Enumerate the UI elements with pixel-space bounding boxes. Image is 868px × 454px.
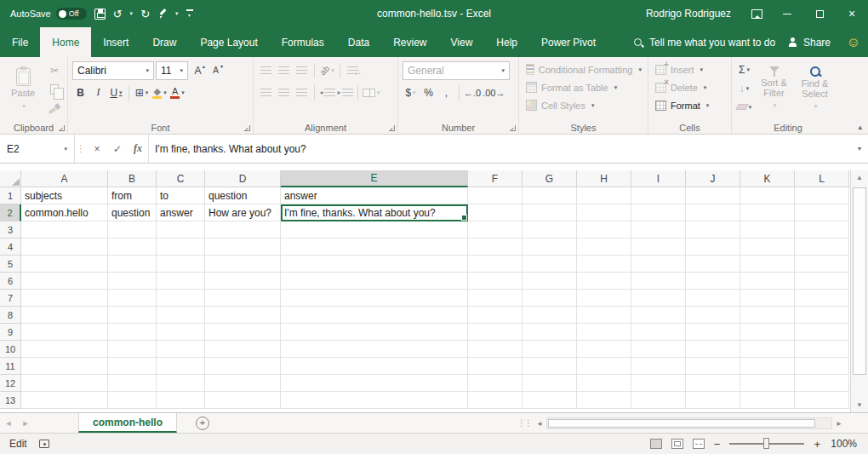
cell-D9[interactable] <box>205 324 281 341</box>
row-header-8[interactable]: 8 <box>0 307 21 324</box>
column-header-A[interactable]: A <box>21 170 108 187</box>
undo-dropdown-icon[interactable]: ▾ <box>130 10 134 17</box>
clipboard-dialog-launcher[interactable] <box>59 125 65 131</box>
sheet-nav-left-icon[interactable]: ◄ <box>0 413 17 433</box>
cell-L9[interactable] <box>795 324 849 341</box>
cell-J1[interactable] <box>686 187 740 204</box>
format-cells-button[interactable]: Format <box>653 96 728 114</box>
cell-E5[interactable] <box>281 256 468 273</box>
cell-B13[interactable] <box>108 392 157 409</box>
cell-H9[interactable] <box>577 324 631 341</box>
cell-C8[interactable] <box>157 307 205 324</box>
cell-D8[interactable] <box>205 307 281 324</box>
increase-decimal-button[interactable]: ←.0 <box>464 83 481 101</box>
cell-A8[interactable] <box>21 307 108 324</box>
cell-A11[interactable] <box>21 358 108 375</box>
cell-K8[interactable] <box>740 307 795 324</box>
cell-C1[interactable]: to <box>157 187 205 204</box>
align-right-button[interactable] <box>294 83 310 101</box>
orientation-button[interactable]: ab <box>319 61 335 79</box>
cell-E7[interactable] <box>281 290 468 307</box>
cell-H2[interactable] <box>577 204 631 221</box>
cell-L5[interactable] <box>795 256 849 273</box>
column-header-E[interactable]: E <box>281 170 468 187</box>
cell-A13[interactable] <box>21 392 108 409</box>
redo-icon[interactable]: ↻ <box>140 9 150 20</box>
cell-J2[interactable] <box>686 204 740 221</box>
zoom-slider[interactable] <box>729 443 804 445</box>
cell-K11[interactable] <box>740 358 795 375</box>
cell-D12[interactable] <box>205 375 281 392</box>
cell-L11[interactable] <box>795 358 849 375</box>
scroll-right-icon[interactable]: ► <box>832 420 846 428</box>
decrease-indent-button[interactable] <box>319 83 335 101</box>
cell-A6[interactable] <box>21 273 108 290</box>
cell-F4[interactable] <box>468 238 523 256</box>
cell-K13[interactable] <box>740 392 795 409</box>
expand-formula-bar-icon[interactable]: ▾ <box>851 135 868 163</box>
row-header-1[interactable]: 1 <box>0 187 21 204</box>
formula-input[interactable]: I'm fine, thanks. What about you? <box>148 135 851 163</box>
collapse-ribbon-button[interactable]: ▴ <box>858 123 862 131</box>
italic-button[interactable]: I <box>90 83 106 101</box>
sheet-nav-right-icon[interactable]: ► <box>17 413 34 433</box>
tab-insert[interactable]: Insert <box>91 27 140 57</box>
cell-F1[interactable] <box>468 187 523 204</box>
cell-G6[interactable] <box>523 273 577 290</box>
format-as-table-button[interactable]: Format as Table <box>523 78 644 96</box>
cell-D10[interactable] <box>205 341 281 358</box>
column-header-L[interactable]: L <box>795 170 849 187</box>
cell-F3[interactable] <box>468 221 523 238</box>
sheet-tab-active[interactable]: common-hello <box>78 413 177 433</box>
cell-L8[interactable] <box>795 307 849 324</box>
cell-L3[interactable] <box>795 221 849 238</box>
close-button[interactable]: × <box>836 0 868 27</box>
cell-G8[interactable] <box>523 307 577 324</box>
cell-F12[interactable] <box>468 375 523 392</box>
cell-K12[interactable] <box>740 375 795 392</box>
cell-J11[interactable] <box>686 358 740 375</box>
cell-B11[interactable] <box>108 358 157 375</box>
tab-power-pivot[interactable]: Power Pivot <box>529 27 608 57</box>
row-header-7[interactable]: 7 <box>0 290 21 307</box>
column-header-B[interactable]: B <box>108 170 157 187</box>
cell-B2[interactable]: question <box>108 204 157 221</box>
horizontal-scroll-thumb[interactable] <box>548 419 815 428</box>
autosave-toggle[interactable]: AutoSave Off <box>10 8 87 20</box>
horizontal-scroll-track[interactable] <box>546 417 832 429</box>
cell-I12[interactable] <box>631 375 686 392</box>
cell-E13[interactable] <box>281 392 468 409</box>
percent-button[interactable]: % <box>420 83 437 101</box>
column-header-K[interactable]: K <box>740 170 795 187</box>
undo-icon[interactable]: ↺ <box>113 9 123 20</box>
cell-B12[interactable] <box>108 375 157 392</box>
increase-indent-button[interactable] <box>337 83 353 101</box>
cell-A12[interactable] <box>21 375 108 392</box>
name-box-dropdown-icon[interactable]: ▾ <box>64 146 67 152</box>
cell-G13[interactable] <box>523 392 577 409</box>
copy-button[interactable] <box>45 81 64 98</box>
cell-E1[interactable]: answer <box>281 187 468 204</box>
cell-F2[interactable] <box>468 204 523 221</box>
cell-D2[interactable]: How are you? <box>205 204 281 221</box>
cell-F8[interactable] <box>468 307 523 324</box>
cell-K2[interactable] <box>740 204 795 221</box>
cell-E3[interactable] <box>281 221 468 238</box>
cell-A3[interactable] <box>21 221 108 238</box>
cell-J4[interactable] <box>686 238 740 256</box>
vertical-scrollbar[interactable]: ▲ ▼ <box>850 170 868 412</box>
cell-D13[interactable] <box>205 392 281 409</box>
tab-home[interactable]: Home <box>40 27 91 57</box>
cell-C4[interactable] <box>157 238 205 256</box>
tab-review[interactable]: Review <box>381 27 438 57</box>
cell-B1[interactable]: from <box>108 187 157 204</box>
cell-A1[interactable]: subjects <box>21 187 108 204</box>
format-painter-button[interactable] <box>45 100 64 117</box>
cancel-entry-button[interactable]: × <box>87 135 107 163</box>
cell-H6[interactable] <box>577 273 631 290</box>
enter-entry-button[interactable]: ✓ <box>107 135 128 163</box>
minimize-button[interactable] <box>771 0 803 27</box>
zoom-in-icon[interactable]: + <box>814 438 820 451</box>
scroll-down-icon[interactable]: ▼ <box>851 398 868 412</box>
alignment-dialog-launcher[interactable] <box>389 125 395 131</box>
